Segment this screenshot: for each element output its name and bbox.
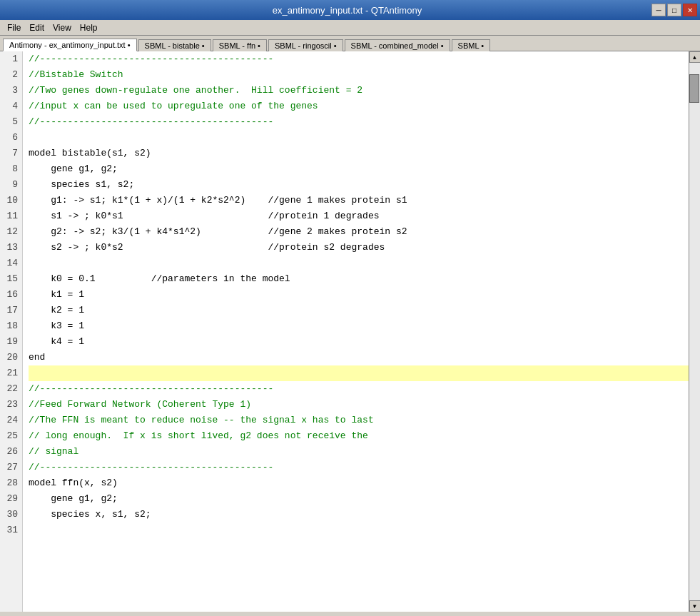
line-num-22: 22 [4,381,18,397]
code-line-10[interactable]: g1: -> s1; k1*(1 + x)/(1 + k2*s2^2) //ge… [29,193,689,208]
editor-container: 1234567891011121314151617181920212223242… [0,51,700,612]
code-line-23[interactable]: //Feed Forward Network (Coherent Type 1) [29,397,689,413]
line-num-21: 21 [4,365,18,381]
scroll-thumb[interactable] [689,74,699,103]
line-num-5: 5 [4,114,18,130]
tab-3[interactable]: SBML - ringoscil • [268,39,343,51]
code-line-30[interactable]: species x, s1, s2; [29,507,689,522]
code-line-8[interactable]: gene g1, g2; [29,161,689,177]
minimize-button[interactable]: ─ [651,4,666,16]
menu-item-file[interactable]: File [3,21,25,34]
line-num-15: 15 [4,271,18,287]
line-num-9: 9 [4,177,18,193]
line-num-16: 16 [4,287,18,303]
code-line-19[interactable]: k4 = 1 [29,334,689,350]
code-line-12[interactable]: g2: -> s2; k3/(1 + k4*s1^2) //gene 2 mak… [29,224,689,240]
code-line-13[interactable]: s2 -> ; k0*s2 //protein s2 degrades [29,240,689,256]
code-line-15[interactable]: k0 = 0.1 //parameters in the model [29,271,689,287]
code-line-5[interactable]: //--------------------------------------… [29,114,689,130]
line-num-14: 14 [4,256,18,271]
tab-0[interactable]: Antimony - ex_antimony_input.txt • [3,39,137,51]
line-num-2: 2 [4,67,18,83]
line-num-17: 17 [4,303,18,318]
line-num-19: 19 [4,334,18,350]
tab-5[interactable]: SBML • [452,39,490,51]
line-num-30: 30 [4,507,18,522]
line-num-8: 8 [4,161,18,177]
line-num-13: 13 [4,240,18,256]
code-line-21[interactable] [29,365,689,381]
menu-item-edit[interactable]: Edit [25,21,49,34]
menu-bar: FileEditViewHelp [0,20,700,36]
code-lines[interactable]: //--------------------------------------… [23,51,689,612]
line-num-7: 7 [4,146,18,161]
code-line-26[interactable]: // signal [29,444,689,460]
code-line-27[interactable]: //--------------------------------------… [29,460,689,475]
code-line-16[interactable]: k1 = 1 [29,287,689,303]
code-line-20[interactable]: end [29,350,689,365]
code-line-4[interactable]: //input x can be used to upregulate one … [29,99,689,114]
tab-4[interactable]: SBML - combined_model • [345,39,450,51]
line-num-4: 4 [4,99,18,114]
code-line-7[interactable]: model bistable(s1, s2) [29,146,689,161]
line-num-25: 25 [4,428,18,444]
tab-bar: Antimony - ex_antimony_input.txt •SBML -… [0,36,700,51]
tab-1[interactable]: SBML - bistable • [138,39,211,51]
menu-item-help[interactable]: Help [76,21,102,34]
code-line-2[interactable]: //Bistable Switch [29,67,689,83]
line-num-1: 1 [4,51,18,67]
code-line-18[interactable]: k3 = 1 [29,318,689,334]
code-line-9[interactable]: species s1, s2; [29,177,689,193]
code-line-1[interactable]: //--------------------------------------… [29,51,689,67]
code-line-29[interactable]: gene g1, g2; [29,491,689,507]
code-line-31[interactable] [29,522,689,538]
line-num-28: 28 [4,475,18,491]
code-line-6[interactable] [29,130,689,146]
line-num-11: 11 [4,208,18,224]
code-line-17[interactable]: k2 = 1 [29,303,689,318]
line-num-6: 6 [4,130,18,146]
code-line-22[interactable]: //--------------------------------------… [29,381,689,397]
window-title: ex_antimony_input.txt - QTAntimony [43,5,651,16]
vertical-scrollbar[interactable]: ▲ ▼ [689,51,700,612]
code-area: 1234567891011121314151617181920212223242… [0,51,689,612]
tab-2[interactable]: SBML - ffn • [213,39,267,51]
maximize-button[interactable]: □ [667,4,681,16]
line-num-23: 23 [4,397,18,413]
line-num-26: 26 [4,444,18,460]
line-num-20: 20 [4,350,18,365]
code-line-28[interactable]: model ffn(x, s2) [29,475,689,491]
line-num-12: 12 [4,224,18,240]
code-line-24[interactable]: //The FFN is meant to reduce noise -- th… [29,413,689,428]
scroll-up-arrow[interactable]: ▲ [689,51,701,63]
line-num-3: 3 [4,83,18,99]
title-bar: ex_antimony_input.txt - QTAntimony ─ □ ✕ [0,0,700,20]
line-num-31: 31 [4,522,18,538]
line-num-18: 18 [4,318,18,334]
menu-item-view[interactable]: View [49,21,76,34]
close-button[interactable]: ✕ [683,4,697,16]
code-line-11[interactable]: s1 -> ; k0*s1 //protein 1 degrades [29,208,689,224]
scroll-down-arrow[interactable]: ▼ [689,600,701,612]
line-num-27: 27 [4,460,18,475]
code-line-25[interactable]: // long enough. If x is short lived, g2 … [29,428,689,444]
line-numbers: 1234567891011121314151617181920212223242… [0,51,23,612]
code-line-3[interactable]: //Two genes down-regulate one another. H… [29,83,689,99]
line-num-10: 10 [4,193,18,208]
line-num-24: 24 [4,413,18,428]
line-num-29: 29 [4,491,18,507]
window-controls: ─ □ ✕ [651,4,697,16]
code-line-14[interactable] [29,256,689,271]
